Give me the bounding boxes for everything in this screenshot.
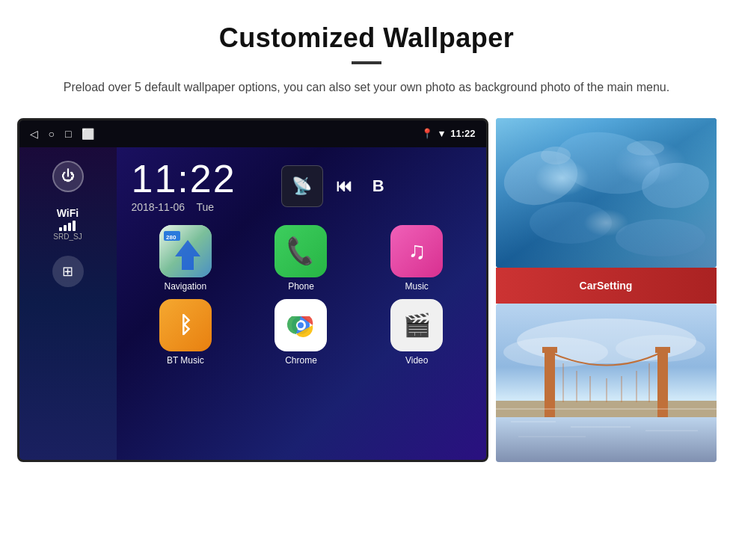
- location-icon: 📍: [421, 128, 433, 139]
- wifi-info: WiFi SRD_SJ: [53, 207, 82, 241]
- recents-icon[interactable]: □: [65, 128, 71, 140]
- wifi-bars: [59, 221, 76, 231]
- power-button[interactable]: ⏻: [52, 161, 84, 192]
- date-display: 2018-11-06 Tue: [132, 201, 236, 213]
- wallpaper-bridge: [496, 304, 717, 462]
- clock-display: 11:22: [132, 159, 236, 198]
- svg-rect-27: [545, 348, 555, 417]
- app-item-chrome[interactable]: Chrome: [247, 299, 355, 366]
- svg-rect-29: [657, 348, 668, 417]
- b-icon: B: [372, 176, 384, 196]
- wallpaper-stack: CarSetting: [488, 118, 717, 462]
- bt-music-icon: ᛒ: [159, 299, 212, 351]
- phone-body: ⏻ WiFi SRD_SJ ⊞: [19, 147, 486, 460]
- clock-date-row: 11:22 2018-11-06 Tue 📡: [132, 159, 471, 213]
- phone-label: Phone: [288, 281, 314, 292]
- clock-block: 11:22 2018-11-06 Tue: [132, 159, 236, 213]
- video-icon: 🎬: [390, 299, 443, 351]
- app-item-video[interactable]: 🎬 Video: [363, 299, 471, 366]
- status-bar: ◁ ○ □ ⬜ 📍 ▾ 11:22: [19, 120, 486, 147]
- signal-bar-3: [68, 223, 71, 231]
- wifi-label: WiFi: [57, 207, 79, 219]
- radio-icon: 📡: [292, 176, 312, 196]
- app-item-music[interactable]: ♫ Music: [363, 225, 471, 292]
- bridge-svg: [496, 304, 717, 462]
- navigation-icon: 280: [159, 225, 212, 277]
- page-title: Customized Wallpaper: [219, 22, 515, 54]
- phone-icon: 📞: [275, 225, 327, 277]
- day-value: Tue: [196, 201, 214, 213]
- date-value: 2018-11-06: [132, 201, 185, 213]
- screenshot-icon[interactable]: ⬜: [82, 128, 94, 140]
- app-item-bt-music[interactable]: ᛒ BT Music: [132, 299, 240, 366]
- chrome-label: Chrome: [285, 355, 317, 366]
- bt-music-label: BT Music: [167, 355, 204, 366]
- video-label: Video: [405, 355, 428, 366]
- phone-frame: ◁ ○ □ ⬜ 📍 ▾ 11:22 ⏻: [17, 118, 488, 462]
- carsetting-label: CarSetting: [580, 280, 633, 292]
- radio-app-icon[interactable]: 📡: [281, 165, 323, 207]
- sidebar: ⏻ WiFi SRD_SJ ⊞: [19, 147, 117, 460]
- svg-point-8: [298, 322, 304, 328]
- grid-button[interactable]: ⊞: [52, 256, 84, 287]
- ice-texture: [496, 118, 717, 268]
- power-icon: ⏻: [61, 168, 75, 184]
- k-icon: ⏮: [336, 176, 352, 196]
- page-subtitle: Preload over 5 default wallpaper options…: [64, 78, 669, 97]
- signal-bar-4: [73, 221, 76, 231]
- app-item-phone[interactable]: 📞 Phone: [247, 225, 355, 292]
- title-divider: [352, 61, 381, 64]
- page-container: Customized Wallpaper Preload over 5 defa…: [0, 0, 733, 477]
- wifi-ssid: SRD_SJ: [53, 233, 82, 241]
- music-icon: ♫: [390, 225, 443, 277]
- video-clap-icon: 🎬: [403, 312, 431, 338]
- k-app-icon[interactable]: ⏮: [331, 173, 358, 200]
- grid-icon: ⊞: [62, 263, 73, 280]
- status-left: ◁ ○ □ ⬜: [30, 128, 95, 140]
- chrome-svg: [285, 310, 316, 341]
- content-row: ◁ ○ □ ⬜ 📍 ▾ 11:22 ⏻: [30, 118, 703, 462]
- svg-text:280: 280: [166, 234, 177, 241]
- status-right: 📍 ▾ 11:22: [421, 128, 475, 139]
- music-label: Music: [405, 281, 428, 292]
- back-icon[interactable]: ◁: [30, 128, 38, 140]
- top-apps-row: 📡 ⏮ B: [281, 165, 392, 207]
- music-note-icon: ♫: [408, 237, 426, 265]
- app-item-navigation[interactable]: 280 Navigation: [132, 225, 240, 292]
- chrome-icon: [275, 299, 327, 351]
- ice-wallpaper-bg: [496, 118, 717, 268]
- main-content: 11:22 2018-11-06 Tue 📡: [117, 147, 486, 460]
- b-app-icon[interactable]: B: [365, 173, 392, 200]
- wallpaper-ice: [496, 118, 717, 268]
- signal-bar-2: [64, 225, 67, 231]
- wifi-icon: ▾: [439, 128, 444, 139]
- status-time: 11:22: [450, 128, 475, 139]
- bluetooth-icon: ᛒ: [179, 313, 192, 338]
- app-grid: 280 Navigation 📞 Phone: [132, 225, 471, 366]
- svg-rect-28: [542, 347, 557, 353]
- carsetting-strip: CarSetting: [496, 268, 717, 304]
- svg-rect-30: [655, 347, 670, 353]
- signal-bar-1: [59, 227, 62, 231]
- home-icon[interactable]: ○: [49, 128, 55, 140]
- phone-handset-icon: 📞: [283, 234, 318, 267]
- navigation-label: Navigation: [164, 281, 206, 292]
